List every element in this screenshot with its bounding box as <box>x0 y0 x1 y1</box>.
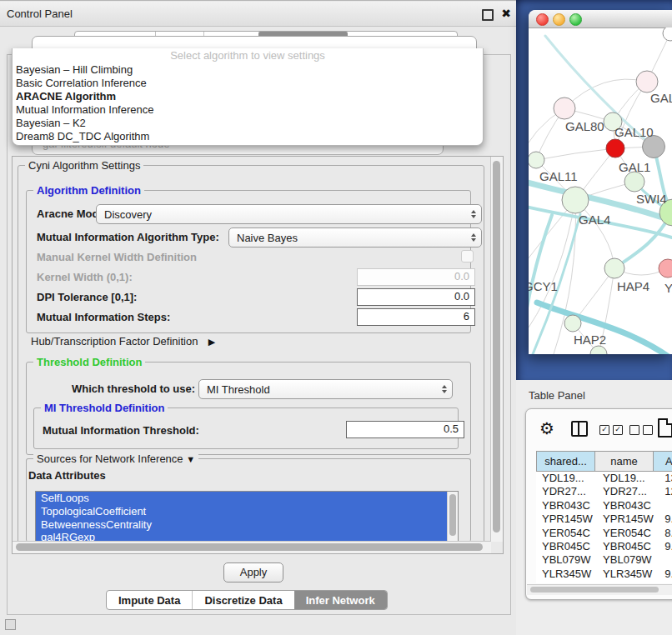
cell[interactable]: YBR045C <box>536 540 595 553</box>
cell[interactable]: YBL079W <box>595 553 656 567</box>
algorithm-option-dream8[interactable]: Dream8 DC_TDC Algorithm <box>13 130 483 143</box>
attribute-item-selfloops[interactable]: SelfLoops <box>36 492 458 505</box>
network-node[interactable] <box>663 28 672 41</box>
attribute-item-topologicalcoefficient[interactable]: TopologicalCoefficient <box>36 505 458 518</box>
kernel-width-field[interactable]: 0.0 <box>357 268 475 286</box>
cell[interactable]: YPR145W <box>595 512 656 526</box>
network-node-hap2[interactable] <box>564 315 581 332</box>
float-window-icon[interactable] <box>482 9 494 21</box>
algorithm-option-mutual-information[interactable]: Mutual Information Inference <box>13 103 483 117</box>
cell[interactable]: 8. <box>656 527 672 540</box>
table-row[interactable]: YER054C YER054C 8. <box>536 527 672 540</box>
network-node-gal1[interactable] <box>624 172 644 192</box>
new-document-icon[interactable] <box>658 418 672 438</box>
scrollbar-thumb[interactable] <box>16 543 483 551</box>
scrollbar-thumb[interactable] <box>493 161 500 532</box>
select-all-columns-icon[interactable]: ✓ ✓ <box>599 425 623 435</box>
table-row[interactable]: YBR045C YBR045C 9. <box>536 540 672 553</box>
which-threshold-combo[interactable]: MI Threshold <box>198 379 453 399</box>
tab-impute-data[interactable]: Impute Data <box>107 591 192 609</box>
network-node-gal80[interactable] <box>554 98 575 119</box>
sources-group-title[interactable]: Sources for Network Inference ▼ <box>33 452 198 465</box>
settings-vertical-scrollbar[interactable] <box>490 157 503 542</box>
cell[interactable]: YDR27... <box>595 485 656 498</box>
table-row[interactable]: YIL052C YIL052C 9 <box>536 581 672 583</box>
cell[interactable]: YIL052C <box>536 581 595 583</box>
window-minimize-icon[interactable] <box>553 13 565 26</box>
cell[interactable]: YBR045C <box>595 540 656 553</box>
algorithm-definition-title: Algorithm Definition <box>33 184 144 197</box>
algorithm-option-basic-correlation[interactable]: Basic Correlation Inference <box>13 77 483 90</box>
tab-discretize-data[interactable]: Discretize Data <box>192 591 293 609</box>
network-node-hap4[interactable] <box>604 258 624 278</box>
cell[interactable] <box>656 553 672 567</box>
network-node-gal4[interactable] <box>562 187 589 213</box>
node-label-swi4: SWI4 <box>636 192 667 206</box>
cell[interactable]: 12 <box>656 485 672 498</box>
network-node-gal[interactable] <box>636 71 658 92</box>
network-window-titlebar[interactable] <box>529 10 672 28</box>
cell[interactable]: YBR043C <box>595 499 656 512</box>
network-node-gal11[interactable] <box>529 152 544 168</box>
collapse-down-icon: ▼ <box>186 454 195 464</box>
algorithm-option-aracne[interactable]: ARACNE Algorithm <box>13 90 483 103</box>
mi-type-combo[interactable]: Naive Bayes <box>228 228 482 248</box>
algorithm-option-bayesian-hill-climbing[interactable]: Bayesian – Hill Climbing <box>13 63 483 77</box>
cell[interactable]: 9. <box>656 568 672 581</box>
cell[interactable]: YDR27... <box>536 485 595 498</box>
table-row[interactable]: YLR345W YLR345W 9. <box>536 568 672 581</box>
cell[interactable]: YER054C <box>536 527 595 540</box>
cell[interactable]: YDL19... <box>536 472 595 485</box>
table-horizontal-scrollbar[interactable] <box>527 584 672 595</box>
network-canvas[interactable]: GAL GAL80 GAL10 GAL11 GAL1 SWI4 GAL4 GCY… <box>529 28 672 354</box>
hub-definition-toggle[interactable]: Hub/Transcription Factor Definition ▶ <box>31 333 215 348</box>
column-header-partial[interactable]: A <box>654 451 672 472</box>
dpi-tolerance-field[interactable]: 0.0 <box>357 288 475 306</box>
window-zoom-icon[interactable] <box>569 13 582 26</box>
which-threshold-label: Which threshold to use: <box>72 382 195 395</box>
settings-horizontal-scrollbar[interactable] <box>13 541 491 553</box>
tab-infer-network[interactable]: Infer Network <box>294 591 387 609</box>
table-row[interactable]: YBL079W YBL079W <box>536 553 672 567</box>
column-header-shared-name[interactable]: shared... <box>536 451 595 472</box>
cell[interactable]: 9 <box>656 581 672 583</box>
manual-kernel-checkbox[interactable] <box>461 250 474 262</box>
attribute-list-scrollbar[interactable] <box>447 492 458 542</box>
cell[interactable]: YBR043C <box>536 499 595 512</box>
network-node-red-selected[interactable] <box>606 139 624 158</box>
apply-button[interactable]: Apply <box>223 562 283 582</box>
table-row[interactable]: YPR145W YPR145W 9. <box>536 512 672 526</box>
network-node-pink[interactable] <box>659 259 672 278</box>
mi-threshold-field[interactable]: 0.5 <box>346 421 464 438</box>
mi-steps-field[interactable]: 6 <box>357 308 475 326</box>
close-icon[interactable]: ✖ <box>501 7 511 20</box>
columns-icon[interactable] <box>571 421 588 437</box>
table-row[interactable]: YDL19... YDL19... 13 <box>536 472 672 485</box>
cell[interactable]: YBL079W <box>536 553 595 567</box>
cell[interactable]: 9. <box>656 540 672 553</box>
aracne-mode-combo[interactable]: Discovery <box>96 204 482 224</box>
dock-panel-icon[interactable] <box>5 619 16 630</box>
network-view-window[interactable]: GAL GAL80 GAL10 GAL11 GAL1 SWI4 GAL4 GCY… <box>529 10 672 354</box>
cyni-settings-group-title: Cyni Algorithm Settings <box>25 159 143 172</box>
cell[interactable]: YLR345W <box>536 568 595 581</box>
algorithm-option-bayesian-k2[interactable]: Bayesian – K2 <box>13 117 483 130</box>
cell[interactable]: YLR345W <box>595 568 656 581</box>
scrollbar-thumb[interactable] <box>449 494 456 536</box>
data-attributes-list: SelfLoops TopologicalCoefficient Between… <box>35 491 459 543</box>
cell[interactable]: YDL19... <box>595 472 656 485</box>
scrollbar-thumb[interactable] <box>530 587 659 592</box>
cell[interactable]: YIL052C <box>595 581 656 583</box>
window-close-icon[interactable] <box>536 13 549 26</box>
cell[interactable] <box>656 499 672 512</box>
table-row[interactable]: YBR043C YBR043C <box>536 499 672 512</box>
cell[interactable]: YER054C <box>595 527 656 540</box>
cell[interactable]: 9. <box>656 512 672 526</box>
column-header-name[interactable]: name <box>595 451 654 472</box>
deselect-all-columns-icon[interactable] <box>629 425 653 435</box>
table-row[interactable]: YDR27... YDR27... 12 <box>536 485 672 498</box>
gear-icon[interactable]: ⚙ <box>539 418 554 438</box>
cell[interactable]: YPR145W <box>536 512 595 526</box>
cell[interactable]: 13 <box>656 472 672 485</box>
attribute-item-betweennesscentrality[interactable]: BetweennessCentrality <box>36 518 458 532</box>
